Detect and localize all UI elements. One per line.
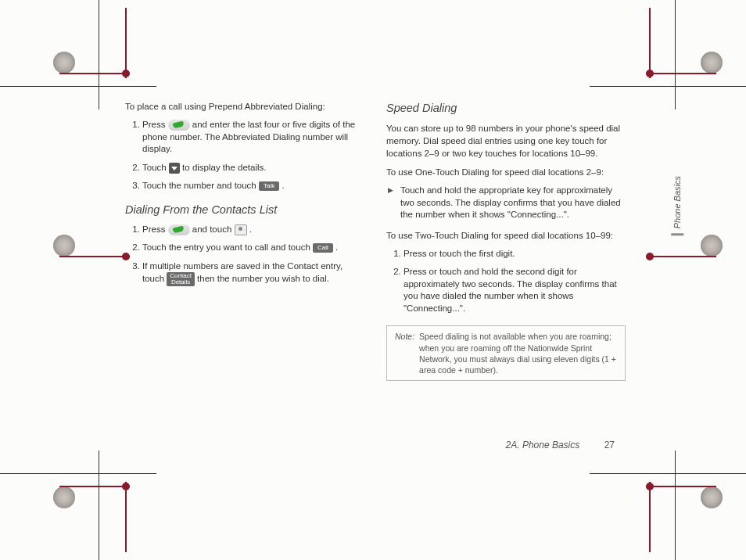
list-item: Press and touch . <box>142 224 364 236</box>
note-label: Note: <box>395 331 414 375</box>
disc-icon <box>701 52 723 74</box>
disc-icon <box>53 52 75 74</box>
list-item: Touch the entry you want to call and tou… <box>142 242 364 254</box>
intro-text: To place a call using Prepend Abbreviate… <box>125 102 364 111</box>
side-tab: Phone Basics <box>671 176 683 235</box>
list-item: Press or touch the first digit. <box>403 248 626 260</box>
call-key-icon <box>168 120 190 131</box>
list-item: Touch to display the details. <box>142 162 364 174</box>
contacts-dialing-steps: Press and touch . Touch the entry you wa… <box>125 224 364 287</box>
page-number: 27 <box>604 440 615 451</box>
list-item: If multiple numbers are saved in the Con… <box>142 260 364 287</box>
note-text: Speed dialing is not available when you … <box>419 331 617 375</box>
section-label: 2A. Phone Basics <box>506 440 580 451</box>
list-item: Press or touch and hold the second digit… <box>403 266 626 314</box>
list-item: Touch and hold the appropriate key for a… <box>400 185 626 221</box>
disc-icon <box>701 486 723 508</box>
dropdown-icon <box>169 163 180 174</box>
prepend-dialing-steps: Press and enter the last four or five di… <box>125 119 364 192</box>
list-item: Press and enter the last four or five di… <box>142 119 364 156</box>
one-touch-steps: Touch and hold the appropriate key for a… <box>386 185 626 221</box>
left-column: To place a call using Prepend Abbreviate… <box>125 102 364 381</box>
note-box: Note: Speed dialing is not available whe… <box>386 325 626 381</box>
disc-icon <box>53 486 75 508</box>
list-item: Touch the number and touch Talk . <box>142 180 364 192</box>
contact-details-button-icon: Contact Details <box>167 272 195 286</box>
body-text: You can store up to 98 numbers in your p… <box>386 122 626 160</box>
disc-icon <box>701 235 723 257</box>
call-button-icon: Call <box>313 243 333 253</box>
call-key-icon <box>168 224 190 235</box>
two-touch-steps: Press or touch the first digit. Press or… <box>386 248 626 315</box>
contacts-icon <box>235 224 247 235</box>
page-footer: 2A. Phone Basics 27 <box>506 440 615 451</box>
section-heading: Speed Dialing <box>386 102 626 114</box>
section-heading: Dialing From the Contacts List <box>125 203 364 216</box>
page-content: To place a call using Prepend Abbreviate… <box>125 102 626 381</box>
disc-icon <box>53 235 75 257</box>
talk-button-icon: Talk <box>259 181 279 191</box>
subheading: To use Two-Touch Dialing for speed dial … <box>386 231 626 240</box>
right-column: Speed Dialing You can store up to 98 num… <box>386 102 626 381</box>
subheading: To use One-Touch Dialing for speed dial … <box>386 167 626 177</box>
